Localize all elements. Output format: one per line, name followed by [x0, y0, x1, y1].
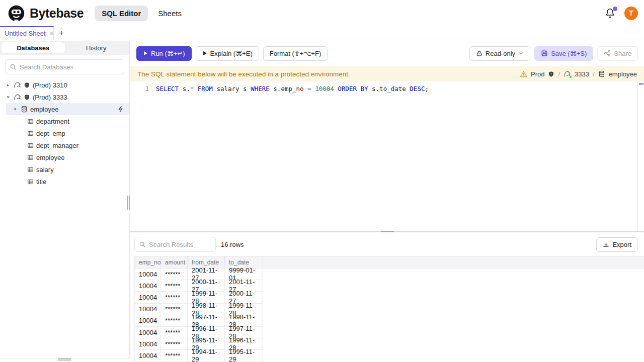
tree-instance-row[interactable]: ▸(Prod) 3310	[0, 79, 129, 91]
mysql-icon	[564, 70, 571, 78]
results-resize-handle[interactable]	[381, 231, 394, 233]
banner-message: The SQL statement below will be executed…	[137, 70, 350, 78]
caret-down-icon[interactable]: ▾	[5, 95, 11, 100]
table-icon	[27, 166, 34, 173]
table-cell: 10004	[135, 292, 161, 303]
bytebase-logo-icon[interactable]	[7, 4, 26, 23]
tab-untitled-sheet[interactable]: Untitled Sheet	[0, 26, 54, 40]
top-nav: SQL Editor Sheets	[95, 6, 187, 21]
sql-token: s.	[179, 85, 190, 93]
table-cell: ******	[161, 315, 188, 327]
results-grid: emp_noamountfrom_dateto_date10004******2…	[134, 256, 644, 362]
connect-lightning-icon[interactable]	[117, 106, 124, 113]
play-icon	[202, 51, 207, 56]
sidebar-resize-handle[interactable]	[127, 196, 130, 210]
table-cell: 10004	[135, 315, 161, 327]
table-cell: ******	[161, 280, 188, 292]
sql-token: WHERE	[251, 85, 270, 93]
notification-badge	[613, 7, 617, 11]
editor-toolbar: Run (⌘+↵) Explain (⌘+E) Format (⇧+⌥+F)	[130, 40, 644, 66]
search-databases-input[interactable]	[20, 63, 120, 71]
nav-sql-editor[interactable]: SQL Editor	[95, 6, 148, 21]
shield-icon	[548, 71, 554, 77]
tree-table-row[interactable]: department	[0, 115, 129, 127]
caret-right-icon[interactable]: ▸	[5, 82, 11, 87]
new-sheet-button[interactable]: +	[54, 26, 69, 40]
minimap[interactable]	[637, 81, 644, 231]
table-icon	[27, 130, 34, 137]
tree-instance-row[interactable]: ▾(Prod) 3333	[0, 91, 129, 103]
sql-token: ;	[425, 85, 429, 93]
nav-sheets[interactable]: Sheets	[153, 6, 187, 21]
table-row: 10004******1994-11-291995-11-29	[134, 350, 644, 361]
sidebar-tabs: Databases History	[0, 41, 129, 55]
table-label: title	[36, 178, 46, 186]
tab-databases[interactable]: Databases	[2, 42, 65, 53]
tree-table-row[interactable]: dept_emp	[0, 127, 129, 139]
table-cell: 10004	[135, 350, 161, 361]
database-search	[5, 59, 124, 74]
instance-label[interactable]: 3333	[575, 70, 589, 78]
lock-icon	[476, 50, 482, 57]
readonly-mode-select[interactable]: Read-only	[469, 46, 530, 61]
explain-button[interactable]: Explain (⌘+E)	[196, 46, 259, 61]
sidebar-bottom-resize-handle[interactable]	[58, 358, 71, 361]
table-cell: ******	[161, 304, 188, 315]
table-label: employee	[36, 154, 64, 161]
search-icon	[10, 63, 17, 70]
sql-editor[interactable]: 1 SELECT s.* FROM salary s WHERE s.emp_n…	[130, 81, 644, 231]
table-cell: ******	[161, 268, 188, 280]
table-cell: 10004	[135, 327, 161, 338]
header-right: T	[605, 7, 638, 20]
table-label: dept_emp	[36, 130, 65, 137]
save-button[interactable]: Save (⌘+S)	[534, 46, 593, 61]
main-panel: Run (⌘+↵) Explain (⌘+E) Format (⇧+⌥+F)	[130, 40, 644, 362]
mysql-icon	[14, 81, 21, 89]
warning-icon	[520, 70, 527, 78]
brand-title: Bytebase	[30, 6, 84, 21]
notification-bell-icon[interactable]	[605, 8, 615, 19]
tree-table-row[interactable]: dept_manager	[0, 139, 129, 151]
code-line: 1 SELECT s.* FROM salary s WHERE s.emp_n…	[130, 83, 644, 94]
environment-label[interactable]: Prod	[531, 70, 544, 78]
results-toolbar: 16 rows Export	[130, 233, 644, 256]
share-button[interactable]: Share	[597, 46, 638, 61]
sql-token: s.emp_no	[270, 85, 307, 93]
database-label[interactable]: employee	[609, 70, 637, 78]
database-icon	[598, 70, 605, 77]
caret-down-icon[interactable]: ▾	[12, 107, 18, 112]
share-icon	[604, 50, 611, 57]
table-label: department	[36, 118, 69, 125]
format-button[interactable]: Format (⇧+⌥+F)	[263, 46, 328, 61]
sidebar: Databases History ▸(Prod) 3310▾(Prod) 33…	[0, 41, 130, 358]
tab-history[interactable]: History	[65, 42, 128, 53]
table-cell: 10004	[135, 338, 161, 350]
table-cell: 1994-11-29	[188, 350, 225, 361]
sql-token: salary s	[213, 85, 251, 93]
tree-table-row[interactable]: salary	[0, 163, 129, 175]
download-icon	[603, 241, 609, 248]
avatar[interactable]: T	[624, 7, 638, 20]
tree-database-row[interactable]: ▾employee	[6, 103, 129, 115]
sql-token: SELECT	[156, 85, 179, 93]
table-icon	[27, 118, 34, 125]
top-header: Bytebase SQL Editor Sheets T	[0, 0, 644, 26]
tree-table-row[interactable]: title	[0, 175, 129, 188]
database-label: employee	[30, 106, 58, 113]
export-button[interactable]: Export	[596, 237, 638, 252]
table-cell: 10004	[135, 304, 161, 315]
column-header-filler	[263, 256, 644, 268]
instance-label: (Prod) 3310	[33, 81, 67, 89]
table-cell: ******	[161, 338, 188, 350]
search-results-input[interactable]	[149, 241, 211, 248]
results-panel: 16 rows Export emp_noamountfrom_dateto_d…	[130, 233, 644, 362]
shield-icon	[24, 82, 30, 88]
instance-label: (Prod) 3333	[33, 94, 67, 101]
table-cell: 1995-11-29	[225, 350, 263, 361]
run-button[interactable]: Run (⌘+↵)	[136, 46, 192, 61]
tree-table-row[interactable]: employee	[0, 151, 129, 163]
sheet-tabstrip: Untitled Sheet +	[0, 26, 644, 40]
search-icon	[139, 241, 146, 248]
mysql-icon	[14, 94, 21, 101]
line-number: 1	[130, 85, 149, 93]
